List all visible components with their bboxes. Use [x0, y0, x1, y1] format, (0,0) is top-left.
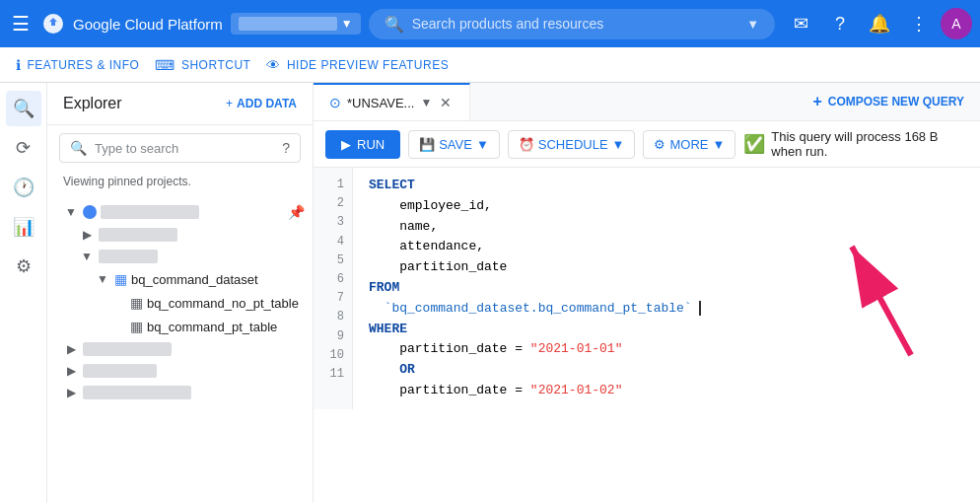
project-name	[239, 17, 337, 31]
tree-label-blurred	[83, 386, 191, 399]
editor-area[interactable]: 1 2 3 4 5 6 7 8 9 10 11 SELECT employee_…	[314, 168, 980, 503]
more-options-icon[interactable]: ⋮	[901, 6, 937, 41]
run-button[interactable]: ▶ RUN	[325, 130, 400, 159]
tree-label-blurred	[83, 342, 172, 356]
table-label-2: bq_command_pt_table	[147, 320, 277, 334]
tab-dropdown-icon[interactable]: ▼	[420, 96, 432, 109]
search-glass-icon: 🔍	[70, 140, 87, 156]
explorer-header: Explorer + ADD DATA	[47, 83, 313, 125]
tree-row-1[interactable]: ▶	[47, 224, 313, 246]
table-icon: ▦	[130, 319, 143, 334]
main-content: ⊙ *UNSAVE... ▼ ✕ + COMPOSE NEW QUERY ▶ R…	[314, 83, 980, 503]
hide-preview-link[interactable]: 👁 HIDE PREVIEW FEATURES	[266, 57, 449, 73]
project-selector[interactable]: ▼	[231, 13, 361, 35]
tree-row-0[interactable]: ▼ 📌	[47, 200, 313, 224]
help-circle-icon: ?	[282, 140, 290, 156]
notifications-icon[interactable]: 🔔	[862, 6, 897, 41]
chevron-icon: ▶	[63, 386, 79, 399]
code-line-7: `bq_command_dataset.bq_command_pt_table`	[369, 299, 964, 320]
run-icon: ▶	[341, 137, 351, 152]
schedule-button[interactable]: ⏰ SCHEDULE ▼	[508, 130, 636, 159]
search-bar-container: 🔍 Type to search ?	[47, 125, 313, 171]
compose-label: COMPOSE NEW QUERY	[828, 95, 964, 108]
nav-icons: ✉ ? 🔔 ⋮ A	[783, 6, 972, 41]
chevron-icon: ▶	[63, 342, 79, 356]
tree-row-table-2[interactable]: ▦ bq_command_pt_table	[47, 315, 313, 338]
ln-3: 3	[314, 213, 352, 232]
schedule-icon: ⏰	[519, 137, 534, 152]
chevron-icon: ▶	[63, 364, 79, 378]
status-text: This query will process 168 B when run.	[771, 129, 968, 159]
sidebar-icon-history[interactable]: ⟳	[6, 130, 41, 166]
tree-label-blurred	[99, 228, 177, 242]
tab-close-icon[interactable]: ✕	[438, 93, 454, 112]
ln-11: 11	[314, 365, 352, 384]
tree-row-2[interactable]: ▼	[47, 246, 313, 267]
ln-6: 6	[314, 270, 352, 289]
sidebar-icon-settings[interactable]: ⚙	[6, 249, 41, 284]
info-icon: ℹ	[16, 57, 22, 73]
tree-row-7[interactable]: ▶	[47, 360, 313, 382]
add-data-button[interactable]: + ADD DATA	[226, 97, 297, 110]
dataset-icon: ▦	[114, 271, 127, 287]
ln-7: 7	[314, 289, 352, 308]
tree-row-6[interactable]: ▶	[47, 338, 313, 360]
logo: Google Cloud Platform	[41, 12, 223, 36]
features-info-label: FEATURES & INFO	[28, 58, 140, 72]
schedule-dropdown-icon: ▼	[612, 137, 625, 152]
tab-query-icon: ⊙	[329, 95, 341, 110]
shortcut-link[interactable]: ⌨ SHORTCUT	[155, 57, 250, 73]
shortcut-label: SHORTCUT	[181, 58, 250, 72]
pin-icon: 📌	[288, 204, 305, 220]
hide-preview-label: HIDE PREVIEW FEATURES	[287, 58, 449, 72]
search-bar[interactable]: 🔍 Search products and resources ▼	[369, 9, 775, 39]
sidebar-icon-recent[interactable]: 🕐	[6, 170, 41, 205]
search-placeholder: Search products and resources	[412, 16, 604, 32]
ln-9: 9	[314, 327, 352, 346]
line-numbers: 1 2 3 4 5 6 7 8 9 10 11	[314, 168, 353, 409]
avatar[interactable]: A	[941, 8, 972, 39]
tree-row-dataset[interactable]: ▼ ▦ bq_command_dataset	[47, 267, 313, 291]
project-dropdown-icon: ▼	[341, 17, 353, 31]
chevron-icon: ▼	[95, 272, 110, 286]
save-icon: 💾	[419, 137, 435, 152]
gcp-logo-icon	[41, 12, 65, 36]
preview-icon: 👁	[266, 57, 281, 73]
save-button[interactable]: 💾 SAVE ▼	[408, 130, 500, 159]
explorer-search-input[interactable]: 🔍 Type to search ?	[59, 133, 301, 163]
code-line-2: employee_id,	[369, 196, 964, 217]
code-line-11: partition_date = "2021-01-02"	[369, 381, 964, 401]
tree-row-table-1[interactable]: ▦ bq_command_no_pt_table	[47, 291, 313, 315]
dataset-label: bq_command_dataset	[131, 272, 258, 287]
sidebar-icon-search[interactable]: 🔍	[6, 91, 41, 126]
project-dot-icon	[83, 205, 97, 219]
main-layout: 🔍 ⟳ 🕐 📊 ⚙ Explorer + ADD DATA 🔍 Type to …	[0, 83, 980, 503]
ln-10: 10	[314, 346, 352, 365]
search-input-placeholder: Type to search	[95, 141, 274, 156]
help-icon[interactable]: ?	[822, 6, 858, 41]
compose-new-query-button[interactable]: + COMPOSE NEW QUERY	[797, 85, 980, 118]
tree-label-blurred	[101, 205, 199, 219]
more-button[interactable]: ⚙ MORE ▼	[643, 130, 735, 159]
sidebar-icon-chart[interactable]: 📊	[6, 209, 41, 245]
ln-1: 1	[314, 176, 352, 194]
code-line-9: partition_date = "2021-01-01"	[369, 339, 964, 360]
mail-icon[interactable]: ✉	[783, 6, 818, 41]
tree-row-8[interactable]: ▶	[47, 382, 313, 403]
chevron-icon: ▶	[79, 228, 95, 242]
sidebar-icons: 🔍 ⟳ 🕐 📊 ⚙	[0, 83, 47, 503]
tree-label-blurred	[83, 364, 157, 378]
code-content: SELECT employee_id, name, attendance, pa…	[353, 168, 980, 409]
table-label-1: bq_command_no_pt_table	[147, 296, 299, 311]
features-info-link[interactable]: ℹ FEATURES & INFO	[16, 57, 139, 73]
code-line-8: WHERE	[369, 320, 964, 340]
ln-8: 8	[314, 308, 352, 326]
active-tab[interactable]: ⊙ *UNSAVE... ▼ ✕	[314, 83, 470, 120]
save-label: SAVE	[439, 137, 472, 152]
second-nav: ℹ FEATURES & INFO ⌨ SHORTCUT 👁 HIDE PREV…	[0, 47, 980, 83]
tree-container: ▼ 📌 ▶ ▼ ▼ ▦ bq_command_dataset	[47, 196, 313, 503]
ln-2: 2	[314, 194, 352, 213]
toolbar: ▶ RUN 💾 SAVE ▼ ⏰ SCHEDULE ▼ ⚙ MORE ▼ ✅ T…	[314, 121, 980, 168]
ln-5: 5	[314, 252, 352, 270]
menu-icon[interactable]: ☰	[8, 8, 34, 39]
